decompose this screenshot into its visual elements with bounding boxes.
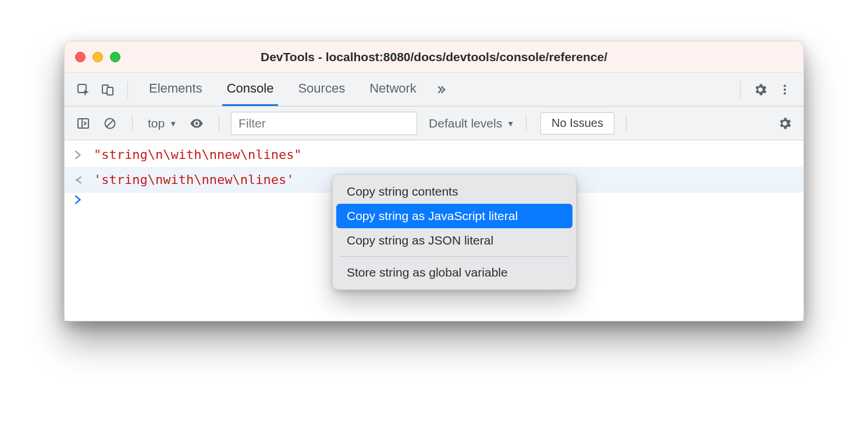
divider: [219, 115, 219, 132]
console-output-text: 'string\nwith\nnew\nlines': [94, 170, 294, 190]
menu-item-label: Store string as global variable: [347, 265, 508, 279]
devtools-tab-bar: Elements Console Sources Network: [65, 73, 803, 107]
return-arrow-icon: [74, 175, 86, 185]
issues-button[interactable]: No Issues: [540, 112, 614, 134]
context-menu-item[interactable]: Store string as global variable: [336, 260, 572, 285]
toggle-device-toolbar-icon[interactable]: [97, 79, 118, 100]
divider: [526, 115, 527, 132]
console-input-row[interactable]: "string\n\with\nnew\nlines": [65, 143, 803, 168]
svg-point-4: [784, 88, 786, 90]
kebab-menu-icon[interactable]: [774, 79, 795, 100]
console-output-area: "string\n\with\nnew\nlines" 'string\nwit…: [65, 140, 803, 321]
toggle-console-sidebar-icon[interactable]: [73, 113, 94, 134]
inspect-element-icon[interactable]: [73, 79, 94, 100]
context-menu-item[interactable]: Copy string as JavaScript literal: [336, 204, 572, 228]
log-level-picker[interactable]: Default levels ▼: [429, 116, 514, 130]
divider: [132, 115, 133, 132]
issues-label: No Issues: [552, 116, 603, 130]
menu-item-label: Copy string as JSON literal: [347, 233, 493, 247]
panel-tabs: Elements Console Sources Network: [144, 73, 421, 106]
execution-context-picker[interactable]: top ▼: [144, 116, 180, 130]
filter-input[interactable]: [231, 112, 417, 135]
menu-separator: [340, 256, 569, 257]
tab-label: Elements: [149, 81, 202, 96]
console-toolbar: top ▼ Default levels ▼ No Issues: [65, 107, 803, 140]
context-menu: Copy string contents Copy string as Java…: [332, 174, 577, 290]
svg-rect-2: [107, 87, 113, 95]
live-expression-icon[interactable]: [186, 113, 207, 134]
window-title: DevTools - localhost:8080/docs/devtools/…: [65, 50, 803, 64]
svg-point-3: [784, 84, 786, 87]
console-input-text: "string\n\with\nnew\nlines": [94, 145, 302, 165]
traffic-lights: [75, 52, 120, 62]
clear-console-icon[interactable]: [99, 113, 120, 134]
zoom-window-button[interactable]: [110, 52, 120, 62]
menu-item-label: Copy string contents: [347, 185, 458, 198]
tab-console[interactable]: Console: [222, 73, 279, 106]
minimize-window-button[interactable]: [93, 52, 103, 62]
titlebar: DevTools - localhost:8080/docs/devtools/…: [65, 41, 803, 73]
chevron-right-icon: [74, 195, 86, 204]
context-menu-item[interactable]: Copy string contents: [336, 179, 572, 204]
tab-label: Network: [369, 81, 417, 96]
devtools-window: DevTools - localhost:8080/docs/devtools/…: [64, 41, 804, 321]
chevron-down-icon: ▼: [169, 119, 177, 128]
more-tabs-icon[interactable]: [429, 79, 450, 100]
tab-elements[interactable]: Elements: [144, 73, 207, 106]
tab-label: Console: [227, 81, 274, 96]
context-menu-item[interactable]: Copy string as JSON literal: [336, 228, 572, 253]
tab-label: Sources: [298, 81, 345, 96]
divider: [127, 82, 128, 98]
console-settings-icon[interactable]: [774, 113, 795, 134]
divider: [626, 115, 627, 132]
close-window-button[interactable]: [75, 52, 86, 62]
context-label: top: [148, 116, 165, 130]
svg-point-10: [195, 122, 198, 125]
divider: [740, 82, 741, 98]
chevron-down-icon: ▼: [507, 119, 514, 128]
svg-point-5: [784, 92, 786, 94]
tab-sources[interactable]: Sources: [293, 73, 350, 106]
settings-icon[interactable]: [750, 79, 771, 100]
tab-network[interactable]: Network: [365, 73, 421, 106]
chevron-right-icon: [74, 150, 86, 160]
level-label: Default levels: [429, 116, 502, 130]
svg-line-9: [107, 120, 113, 126]
menu-item-label: Copy string as JavaScript literal: [347, 209, 518, 222]
